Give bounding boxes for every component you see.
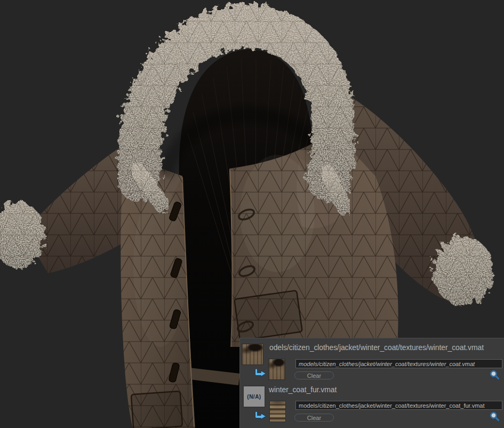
- right-pocket: [234, 290, 302, 340]
- material-title: odels/citizen_clothes/jacket/winter_coat…: [269, 343, 502, 352]
- material-preview-thumbnail[interactable]: [269, 401, 286, 422]
- material-title: winter_coat_fur.vmat: [269, 385, 502, 394]
- search-icon[interactable]: [490, 370, 500, 380]
- search-icon[interactable]: [490, 411, 500, 422]
- assign-arrow-icon[interactable]: [253, 369, 267, 378]
- material-thumbnail[interactable]: [242, 344, 263, 365]
- fur-cuff-right: [433, 236, 493, 306]
- na-label: (N/A): [247, 394, 261, 400]
- material-remap-panel: odels/citizen_clothes/jacket/winter_coat…: [239, 338, 504, 428]
- assign-arrow-icon[interactable]: [253, 411, 267, 421]
- left-pocket: [131, 391, 182, 428]
- na-thumbnail[interactable]: (N/A): [243, 385, 266, 408]
- material-path-input[interactable]: [295, 359, 502, 368]
- clear-button[interactable]: Clear: [294, 414, 334, 422]
- material-preview-thumbnail[interactable]: [268, 359, 285, 380]
- material-path-input[interactable]: [295, 401, 502, 410]
- clear-button[interactable]: Clear: [294, 371, 334, 379]
